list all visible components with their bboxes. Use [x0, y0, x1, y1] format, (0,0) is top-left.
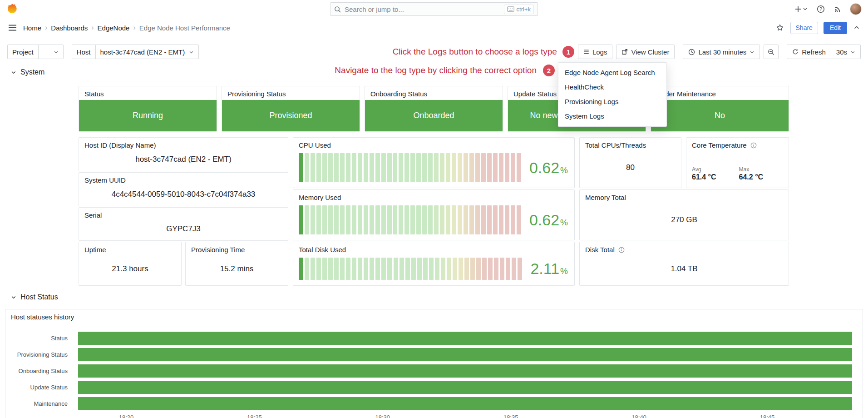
panel-title: Onboarding Status	[365, 86, 503, 98]
status-value: Provisioned	[222, 100, 360, 131]
svg-text:?: ?	[819, 6, 822, 11]
gauge-cell	[446, 205, 450, 234]
panel-disk-total: Disk Total 1.04 TB	[579, 242, 789, 286]
timeline-row: Status	[5, 332, 863, 345]
gauge-cell	[352, 153, 356, 182]
share-button[interactable]: Share	[790, 22, 818, 34]
user-avatar[interactable]	[850, 3, 862, 15]
zoom-out-button[interactable]	[764, 45, 779, 59]
gauge-cell	[410, 205, 415, 234]
time-range-picker[interactable]: Last 30 minutes	[683, 45, 760, 59]
menu-toggle-icon[interactable]	[7, 23, 18, 32]
gauge-cell	[447, 258, 451, 280]
breadcrumb-item[interactable]: Home	[23, 24, 41, 32]
timeline-state-bar[interactable]	[78, 381, 852, 394]
gauge-cell	[464, 153, 468, 182]
gauge-cell	[434, 153, 439, 182]
gauge-cell	[387, 205, 392, 234]
panel-total-disk-used: Total Disk Used 2.11%	[293, 242, 575, 286]
breadcrumb-item[interactable]: Dashboards	[51, 24, 88, 32]
core-temp-avg: Avg 61.4 °C	[692, 166, 716, 181]
logs-button[interactable]: Logs	[578, 45, 613, 59]
gauge-cell	[375, 258, 380, 280]
panel-title: Under Maintenance	[651, 86, 789, 98]
panel-memory-total: Memory Total 270 GB	[579, 189, 789, 240]
timeline-row: Onboarding Status	[5, 364, 863, 378]
x-tick-label: 18:35	[503, 414, 518, 418]
host-variable-value[interactable]: host-3c747cad (EN2 - EMT)	[96, 45, 199, 59]
search-shortcut-label: ctrl+k	[517, 6, 531, 13]
news-icon[interactable]	[833, 4, 843, 14]
gauge-cell	[487, 205, 492, 234]
search-icon	[334, 6, 341, 13]
gauge-cell	[364, 205, 368, 234]
gauge-cell	[493, 205, 498, 234]
timeline-state-bar[interactable]	[78, 397, 852, 410]
timeline-state-bar[interactable]	[78, 348, 852, 361]
refresh-button[interactable]: Refresh	[787, 45, 831, 59]
gauge-cell	[305, 153, 309, 182]
gauge-cell	[499, 205, 503, 234]
host-variable-dropdown[interactable]: Host host-3c747cad (EN2 - EMT)	[72, 45, 199, 59]
search-shortcut-badge: ctrl+k	[504, 5, 534, 14]
search-text-field[interactable]	[345, 5, 500, 13]
panel-title: Total CPUs/Threads	[580, 138, 681, 149]
total-cpus-value: 80	[580, 150, 681, 185]
gauge-cell	[476, 258, 481, 280]
timeline-state-bar[interactable]	[78, 364, 852, 378]
gauge-cell	[440, 153, 444, 182]
edit-button[interactable]: Edit	[824, 22, 847, 34]
help-icon[interactable]: ?	[816, 4, 826, 14]
breadcrumb-item[interactable]: Edge Node Host Performance	[139, 24, 230, 32]
project-variable-dropdown[interactable]: Project	[7, 45, 64, 59]
chevron-down-icon	[850, 50, 855, 55]
refresh-icon	[792, 49, 799, 55]
gauge-cell	[475, 205, 480, 234]
grafana-logo-icon[interactable]	[6, 3, 18, 15]
timeline-row: Provisioning Status	[5, 348, 863, 361]
info-icon[interactable]	[750, 142, 757, 149]
status-panel: Provisioning StatusProvisioned	[222, 86, 360, 132]
gauge-cell	[358, 153, 362, 182]
gauge-cell	[334, 258, 339, 280]
gauge-cell	[299, 153, 303, 182]
star-icon[interactable]	[775, 23, 785, 33]
timeline-state-bar[interactable]	[78, 332, 852, 345]
info-icon[interactable]	[618, 247, 625, 253]
gauge-cell	[311, 258, 315, 280]
search-input[interactable]: ctrl+k	[330, 2, 538, 16]
logs-menu-item[interactable]: System Logs	[558, 109, 666, 124]
logs-menu-item[interactable]: Edge Node Agent Log Search	[558, 65, 666, 80]
view-cluster-button[interactable]: View Cluster	[616, 45, 675, 59]
gauge-cell	[506, 258, 510, 280]
section-host-status[interactable]: Host Status	[11, 293, 58, 301]
gauge-cell	[459, 258, 463, 280]
panel-title: System UUID	[79, 173, 288, 184]
list-icon	[583, 49, 589, 55]
memory-used-value: 0.62%	[529, 211, 568, 229]
panel-serial: Serial GYPC7J3	[79, 207, 288, 241]
gauge-cell	[441, 258, 445, 280]
panel-title: Serial	[79, 208, 288, 219]
annotation-step1-badge: 1	[562, 46, 574, 58]
timeline-row: Update Status	[5, 381, 863, 394]
gauge-cell	[505, 205, 509, 234]
status-value: Running	[79, 100, 217, 131]
project-variable-value[interactable]	[39, 45, 63, 59]
breadcrumb-item[interactable]: EdgeNode	[98, 24, 130, 32]
gauge-cell	[475, 153, 480, 182]
new-button[interactable]	[794, 5, 809, 14]
gauge-cell	[316, 205, 321, 234]
refresh-interval-dropdown[interactable]: 30s	[831, 45, 861, 59]
logs-menu-item[interactable]: Provisioning Logs	[558, 95, 666, 109]
gauge-cell	[328, 153, 333, 182]
logs-menu-item[interactable]: HealthCheck	[558, 80, 666, 95]
gauge-cell	[405, 258, 410, 280]
gauge-cell	[299, 205, 303, 234]
gauge-cell	[375, 205, 380, 234]
collapse-chevron-up-icon[interactable]	[853, 24, 861, 32]
serial-value: GYPC7J3	[79, 220, 288, 238]
gauge-cell	[493, 153, 498, 182]
gauge-cell	[316, 258, 321, 280]
top-navigation-bar: ctrl+k ?	[0, 0, 868, 18]
